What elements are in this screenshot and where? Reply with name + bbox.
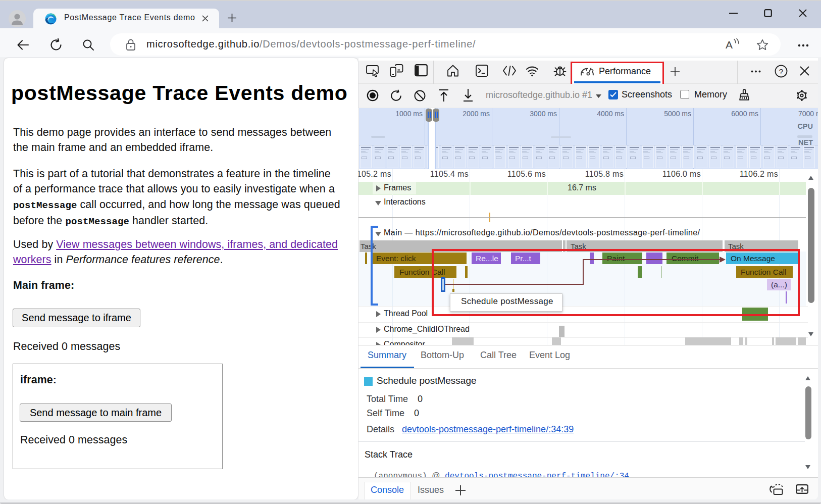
svg-text:?: ? (779, 67, 783, 76)
